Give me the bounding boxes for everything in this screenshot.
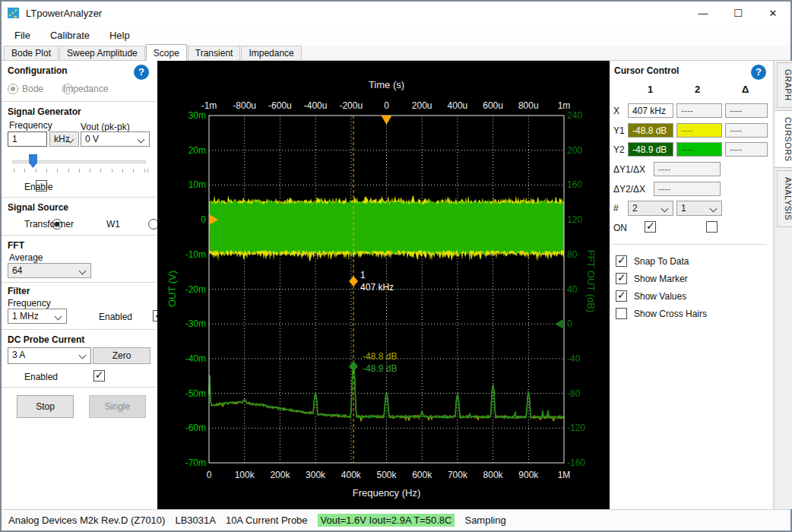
right-tick-label: 40 [567,284,578,295]
status-state: Sampling [464,515,505,526]
slider-tick [46,169,47,173]
signal-source-title: Signal Source [8,202,68,213]
help-icon-cursor[interactable]: ? [751,65,766,80]
status-device: Analog Devices M2k Rev.D (Z7010) [8,515,165,526]
checkbox-show-values[interactable] [616,290,627,302]
dy2dx-label: ΔY2/ΔX [613,184,645,195]
frequency-label: Frequency [9,120,52,131]
left-tick-label: -30m [185,318,206,329]
slider-tick [68,169,69,173]
top-tick-label: 200u [412,100,432,111]
menu-file[interactable]: File [5,26,40,45]
bottom-axis-title: Frequency (Hz) [353,487,421,499]
side-tab-cursors[interactable]: CURSORS [775,110,792,169]
option-label-snap-to-data: Snap To Data [634,256,689,267]
cursor2-x-value: ---- [676,103,722,118]
cursor-y1-label: -48.8 dB [363,351,397,362]
minimize-icon[interactable]: — [686,2,721,24]
top-tick-label: -1m [201,100,217,111]
slider-tick [133,169,134,173]
menu-help[interactable]: Help [100,26,140,45]
help-icon-configuration[interactable]: ? [134,65,149,80]
tab-sweep-amplitude[interactable]: Sweep Amplitude [59,46,145,60]
bottom-tick-label: 400k [341,470,362,480]
bottom-tick-label: 1M [558,470,571,480]
divider [613,244,767,245]
config-sidebar: Configuration ? Bode Impedance Signal Ge… [2,61,157,509]
slider-tick [36,169,36,173]
delta-y2-value: ---- [725,142,768,157]
tab-transient[interactable]: Transient [188,46,241,60]
maximize-icon[interactable]: ☐ [721,2,756,24]
top-tick-label: -200u [339,100,363,111]
filter-frequency-select[interactable]: 1 MHz [8,309,67,324]
tab-scope[interactable]: Scope [146,44,187,61]
zero-button[interactable]: Zero [93,347,150,364]
bottom-tick-label: 500k [376,470,397,480]
cursor1-count-select[interactable]: 2 [628,201,673,216]
vout-label: Vout (pk-pk) [81,122,130,132]
fft-average-select[interactable]: 64 [8,263,91,278]
filter-enabled-label: Enabled [99,312,132,322]
cursor2-on-checkbox[interactable] [706,221,718,233]
cursor-index-label: 1 [360,270,366,280]
x-row-label: X [613,106,619,116]
bottom-tick-label: 300k [306,470,326,480]
tab-strip: Bode PlotSweep AmplitudeScopeTransientIm… [2,46,790,61]
frequency-unit-select[interactable]: kHz [49,131,79,147]
title-bar: LTpowerAnalyzer — ☐ ✕ [2,2,790,24]
scope-plot[interactable]: -1m-800u-600u-400u-200u0200u400u600u800u… [157,61,610,509]
cursor1-y1-value: -48.8 dB [628,123,673,138]
divider [2,329,156,330]
option-show-marker: Show Marker [616,270,768,287]
scope-plot-area[interactable]: -1m-800u-600u-400u-200u0200u400u600u800u… [157,61,610,509]
bottom-tick-label: 100k [235,470,255,480]
dc-probe-enabled-checkbox[interactable] [93,370,105,382]
filter-title: Filter [8,286,30,296]
cursor-x-marker[interactable] [349,276,358,287]
window-title: LTpowerAnalyzer [26,8,102,19]
checkbox-show-cross-hairs[interactable] [616,308,627,319]
close-icon[interactable]: ✕ [756,2,790,24]
signal-generator-title: Signal Generator [8,106,81,117]
slider-tick [90,169,90,173]
top-tick-label: -400u [304,100,328,111]
bottom-tick-label: 0 [207,470,212,480]
frequency-slider-thumb[interactable] [29,154,37,168]
tab-impedance[interactable]: Impedance [241,46,301,60]
stop-button[interactable]: Stop [17,395,74,418]
frequency-slider-ticks [12,169,149,173]
app-icon [8,7,20,19]
app-window: LTpowerAnalyzer — ☐ ✕ FileCalibrateHelp … [0,0,792,532]
bottom-tick-label: 800k [483,470,504,480]
left-tick-label: -40m [185,353,206,364]
slider-tick [112,169,112,173]
menu-calibrate[interactable]: Calibrate [40,26,100,45]
slider-tick [79,169,80,173]
side-tab-graph[interactable]: GRAPH [777,62,792,108]
cursor2-count-select[interactable]: 1 [676,201,722,216]
single-button[interactable]: Single [89,395,146,418]
divider [2,387,156,388]
radio-bode[interactable] [8,84,18,94]
side-tab-analysis[interactable]: ANALYSIS [777,170,792,227]
cursor1-on-checkbox[interactable] [645,221,656,233]
checkbox-show-marker[interactable] [616,273,627,284]
time-trace-ch2 [209,198,564,256]
fft-zero-marker [555,318,564,329]
cursor-options: Snap To DataShow MarkerShow ValuesShow C… [616,252,768,322]
slider-tick [24,169,25,173]
frequency-input[interactable]: 1 [8,131,47,147]
checkbox-snap-to-data[interactable] [616,255,627,267]
right-tick-label: 160 [567,179,582,190]
cursor-x-label: 407 kHz [360,282,394,293]
right-tick-label: 240 [567,110,582,121]
status-telemetry-badge: Vout=1.6V Iout=2.9A T=50.8C [318,514,455,527]
vout-select[interactable]: 0 V [81,131,150,147]
delta-x-value: ---- [725,103,768,118]
cursor-peak-marker[interactable] [349,361,358,372]
right-tick-label: 120 [567,214,582,225]
bottom-tick-label: 700k [448,470,468,480]
tab-bode-plot[interactable]: Bode Plot [4,46,59,60]
dc-probe-select[interactable]: 3 A [8,347,91,364]
